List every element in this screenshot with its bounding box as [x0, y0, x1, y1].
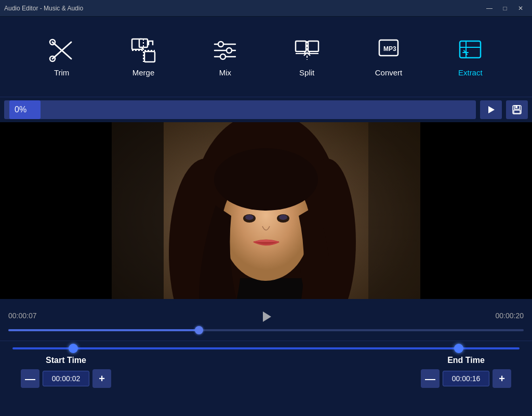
trim-handle-right[interactable]: [454, 344, 463, 353]
convert-icon: MP3: [375, 37, 402, 64]
svg-rect-12: [308, 41, 318, 51]
trim-track[interactable]: [12, 347, 520, 349]
open-file-button[interactable]: [480, 100, 502, 119]
end-time-label: End Time: [447, 356, 485, 365]
svg-rect-3: [144, 51, 155, 62]
svg-point-36: [279, 215, 287, 220]
end-time-increment[interactable]: +: [493, 369, 511, 388]
svg-point-37: [214, 148, 318, 211]
toolbar-item-trim[interactable]: Trim: [36, 32, 88, 82]
svg-marker-18: [488, 106, 495, 113]
split-label: Split: [299, 68, 314, 77]
total-time: 00:00:20: [496, 311, 524, 320]
extract-label: Extract: [458, 68, 483, 77]
start-time-control: — 00:00:02 +: [21, 369, 111, 388]
svg-rect-11: [296, 41, 306, 51]
mix-label: Mix: [219, 68, 231, 77]
end-time-control: — 00:00:16 +: [421, 369, 511, 388]
timeline-thumb[interactable]: [195, 326, 203, 334]
mix-icon: [211, 37, 238, 64]
trim-area: Start Time — 00:00:02 + End Time — 00:00…: [0, 341, 532, 404]
svg-text:MP3: MP3: [383, 45, 396, 53]
trim-slider-row: [0, 347, 532, 349]
main-toolbar: Trim Merge Mix: [0, 17, 532, 97]
timeline-controls: 00:00:07 00:00:20: [0, 299, 532, 341]
trim-times: Start Time — 00:00:02 + End Time — 00:00…: [0, 356, 532, 388]
progress-area: 0%: [0, 97, 532, 122]
timeline-track[interactable]: [8, 329, 524, 331]
toolbar-item-extract[interactable]: Extract: [444, 32, 496, 82]
window-controls: — □ ✕: [482, 3, 528, 14]
svg-point-8: [218, 42, 223, 47]
start-time-label: Start Time: [46, 356, 86, 365]
start-time-increment[interactable]: +: [92, 369, 111, 388]
trim-handle-left[interactable]: [69, 344, 78, 353]
end-time-decrement[interactable]: —: [421, 369, 440, 388]
save-button[interactable]: [506, 100, 528, 119]
trim-icon: [48, 37, 75, 64]
trim-label: Trim: [54, 68, 69, 77]
title-bar: Audio Editor - Music & Audio — □ ✕: [0, 0, 532, 17]
app-title: Audio Editor - Music & Audio: [4, 5, 83, 12]
start-time-decrement[interactable]: —: [21, 369, 39, 388]
merge-icon: [130, 37, 157, 64]
start-time-value[interactable]: 00:00:02: [43, 371, 89, 386]
video-area: 00:00:07 00:00:20: [0, 122, 532, 341]
convert-label: Convert: [375, 68, 403, 77]
svg-point-35: [245, 215, 254, 220]
progress-bar-container: 0%: [4, 100, 476, 119]
merge-label: Merge: [132, 68, 155, 77]
end-time-value[interactable]: 00:00:16: [443, 371, 489, 386]
split-icon: [294, 37, 321, 64]
timeline-row: [0, 322, 532, 339]
maximize-button[interactable]: □: [498, 3, 512, 14]
progress-bar-fill: 0%: [9, 100, 41, 119]
save-icon: [511, 104, 523, 115]
toolbar-item-split[interactable]: Split: [281, 32, 333, 82]
minimize-button[interactable]: —: [482, 3, 497, 14]
svg-point-10: [220, 54, 225, 59]
start-time-group: Start Time — 00:00:02 +: [21, 356, 111, 388]
svg-rect-21: [515, 106, 517, 108]
extract-icon: [457, 37, 484, 64]
timeline-progress: [8, 329, 199, 331]
svg-rect-22: [514, 110, 520, 113]
svg-rect-15: [460, 41, 481, 58]
progress-text: 0%: [15, 105, 26, 114]
play-icon: [259, 309, 273, 324]
toolbar-item-convert[interactable]: MP3 Convert: [363, 32, 415, 82]
svg-marker-38: [263, 311, 271, 322]
toolbar-item-mix[interactable]: Mix: [199, 32, 251, 82]
svg-point-9: [227, 48, 232, 53]
toolbar-item-merge[interactable]: Merge: [117, 32, 169, 82]
close-button[interactable]: ✕: [513, 3, 528, 14]
play-file-icon: [485, 104, 497, 115]
current-time: 00:00:07: [8, 311, 37, 320]
play-button[interactable]: [259, 309, 273, 324]
end-time-group: End Time — 00:00:16 +: [421, 356, 511, 388]
